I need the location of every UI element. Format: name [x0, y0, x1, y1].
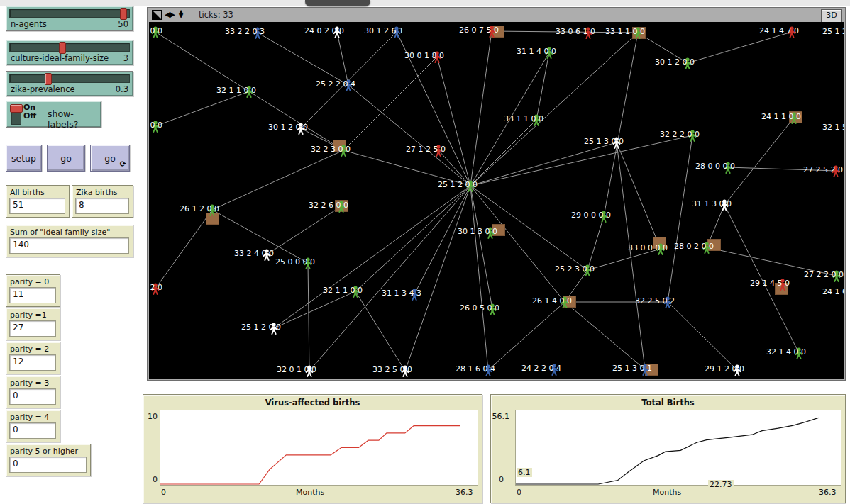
agent-label: 27 2 5 2 0: [765, 165, 843, 174]
agent-label: 0 0: [149, 26, 162, 35]
agent-label: 31 1 4 0 0: [478, 47, 556, 56]
monitor-value: 27: [9, 320, 56, 337]
view-resize-icon[interactable]: [152, 10, 162, 20]
switch-show-labels[interactable]: On Off show-labels?: [6, 101, 101, 128]
agent-label: 32 2 6 0 0: [270, 201, 348, 210]
setup-button[interactable]: setup: [6, 145, 42, 172]
monitor-label: parity = 2: [10, 345, 49, 354]
slider-track[interactable]: [9, 43, 130, 52]
slider-handle[interactable]: [45, 73, 52, 85]
slider-handle[interactable]: [59, 42, 66, 54]
network-link: [337, 32, 348, 85]
monitor-value: 0: [9, 422, 56, 439]
background-window-tab: [305, 0, 370, 6]
slider-track[interactable]: [9, 9, 130, 18]
slider-track[interactable]: [9, 74, 130, 83]
3d-button[interactable]: 3D: [821, 9, 842, 23]
agent-label: 27 1 2 5 0: [368, 145, 446, 154]
plot-line: [160, 426, 460, 484]
agent-label: 25 2 2 0 4: [277, 79, 355, 89]
agent-label: 25 1 3 0 1: [574, 364, 652, 373]
x-axis-title: Months: [296, 488, 324, 497]
agent-label: 26 0 7 5 0: [421, 26, 499, 35]
agent-label: 0 0: [149, 121, 162, 130]
plot-area[interactable]: [515, 410, 841, 486]
monitor-value: 8: [75, 198, 129, 214]
monitor-parity-0: parity = 0 11: [6, 274, 60, 307]
network-link: [155, 91, 249, 126]
slider-zika-prevalence[interactable]: zika-prevalence0.3: [6, 71, 133, 96]
x-axis-max-label: 36.3: [819, 488, 837, 497]
monitor-parity-4: parity = 4 0: [6, 410, 60, 442]
slider-value: 3: [123, 53, 128, 63]
agent-label: 30 0 1 8 0: [366, 51, 444, 60]
agent-label: 26 1 4 0 0: [494, 296, 572, 306]
horizontal-arrows-icon[interactable]: ◀▶: [165, 10, 174, 19]
network-link: [348, 85, 470, 186]
agent-label: 25 1 2 0 0: [203, 323, 281, 332]
monitor-value: 51: [9, 198, 65, 214]
agent-label: 29 1 2 0 0: [666, 364, 744, 374]
agent-label: 25 0 0 0 0: [237, 257, 315, 267]
agent-label: 32 0 1 0 0: [238, 365, 316, 374]
slider-label: culture-ideal-family-size: [11, 53, 109, 63]
hover-y-coordinate-label: 6.1: [517, 468, 532, 477]
plot-total-births[interactable]: Total Births 56.1 0 6.1 22.73 0 Months 3…: [490, 394, 846, 503]
slider-handle[interactable]: [120, 8, 127, 20]
slider-value: 50: [118, 19, 128, 29]
slider-culture-ideal-family-size[interactable]: culture-ideal-family-size3: [6, 40, 133, 65]
agent-label: 25 1 3 0 0: [546, 137, 624, 146]
network-link: [536, 52, 549, 120]
forever-loop-icon: ⟳: [120, 159, 126, 169]
go-forever-button[interactable]: go ⟳: [90, 145, 130, 172]
y-axis-max-label: 56.1: [488, 412, 509, 421]
plot-area[interactable]: [160, 410, 478, 486]
monitor-value: 0: [9, 388, 56, 405]
agent-label: 32 1 4 0 0: [728, 347, 806, 357]
agent-label: 28 0 0 0 0: [657, 162, 735, 171]
y-axis-min-label: 0: [136, 475, 158, 484]
monitor-label: Zika births: [76, 188, 118, 197]
agent-label: 33 1 1 0 0: [567, 27, 645, 36]
switch-knob[interactable]: [10, 104, 23, 113]
agent-label: 24 1 6: [812, 287, 844, 296]
world-canvas[interactable]: 0 033 2 2 0 324 0 2 0 030 1 2 6 126 0 7 …: [149, 22, 844, 379]
monitor-sum-ideal-family-size: Sum of "ideal family size" 140: [6, 225, 133, 257]
monitor-value: 11: [9, 287, 56, 303]
network-link: [355, 186, 470, 291]
world-view: ◀▶ ▲▼ ticks: 33 3D 0 033 2 2 0 324 0 2 0…: [147, 7, 846, 381]
plot-virus-affected-births[interactable]: Virus-affected births 10 0 0 Months 36.3: [143, 394, 482, 503]
slider-n-agents[interactable]: n-agents50: [6, 6, 133, 31]
vertical-arrows-icon[interactable]: ▲▼: [179, 10, 183, 18]
agent-label: 32 1 1 0 0: [178, 86, 256, 95]
network-link: [258, 33, 348, 85]
monitor-all-births: All births 51: [6, 185, 70, 218]
agent-label: 31 1 3 4 3: [343, 289, 421, 298]
agent-label: 26 1 2 0 0: [149, 204, 219, 213]
network-link: [405, 186, 470, 371]
setup-button-label: setup: [11, 153, 36, 164]
monitor-label: parity = 4: [10, 413, 49, 422]
network-link: [470, 186, 488, 370]
slider-label: zika-prevalence: [11, 84, 75, 94]
network-link: [355, 291, 405, 371]
network-link: [343, 57, 437, 150]
x-axis-min-label: 0: [161, 488, 166, 497]
ticks-counter: ticks: 33: [199, 10, 233, 20]
plot-title: Total Births: [491, 398, 845, 408]
switch-options: On Off: [23, 103, 36, 121]
agent-label: 24 1 1 0 0: [723, 112, 801, 121]
monitor-label: parity =1: [10, 310, 47, 320]
agent-label: 33 1 1 0 0: [465, 114, 543, 123]
monitor-label: parity 5 or higher: [10, 447, 78, 456]
agent-label: 33 2 2 0 3: [187, 27, 265, 36]
go-button[interactable]: go: [47, 145, 85, 172]
agent-label: 29 1 4 5 0: [712, 279, 790, 288]
agent-label: 27 2 2 0 0: [766, 270, 844, 279]
monitor-zika-births: Zika births 8: [72, 185, 133, 218]
agent-label: 32 2 5 0 2: [597, 296, 675, 306]
monitor-value: 12: [9, 354, 56, 371]
monitor-value: 140: [9, 237, 129, 254]
network-link: [565, 302, 645, 369]
monitor-label: Sum of "ideal family size": [10, 228, 110, 237]
